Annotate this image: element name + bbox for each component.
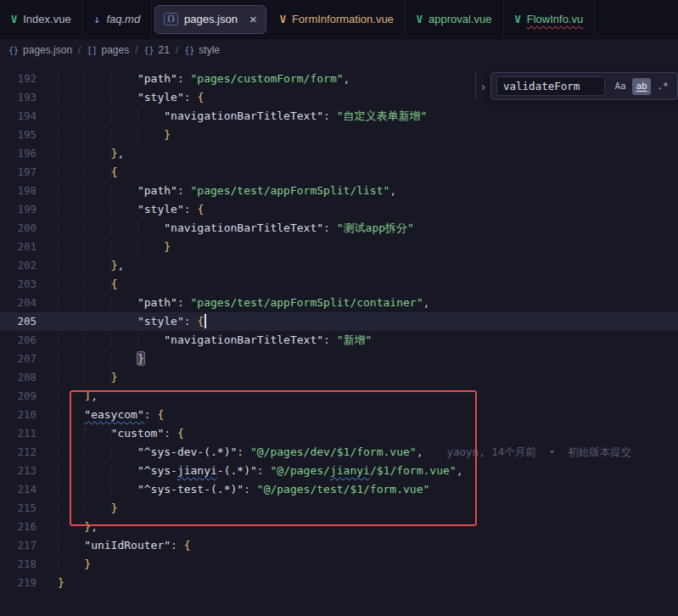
indent-guides [58, 240, 164, 253]
code-text: "uniIdRouter": { [58, 536, 678, 555]
line-number[interactable]: 214 [0, 480, 58, 499]
line-number[interactable]: 193 [0, 88, 58, 107]
code-line-203[interactable]: 203 { [0, 275, 678, 294]
indent-guides [58, 501, 111, 514]
line-number[interactable]: 203 [0, 275, 58, 294]
code-line-204[interactable]: 204 "path": "pages/test/appFormSplit/con… [0, 294, 678, 312]
line-number[interactable]: 192 [0, 70, 58, 88]
line-number[interactable]: 207 [0, 350, 58, 368]
tab-index-vue[interactable]: VIndex.vue [0, 0, 83, 38]
line-number[interactable]: 209 [0, 387, 58, 406]
code-line-215[interactable]: 215 } [0, 499, 678, 518]
indent-guides [58, 128, 164, 141]
code-token: , [91, 389, 98, 402]
breadcrumb-item-21[interactable]: {}21 [144, 44, 170, 56]
breadcrumb-item-style[interactable]: {}style [184, 44, 220, 56]
code-token: /$1/form.vue" [370, 464, 457, 477]
code-line-206[interactable]: 206 "navigationBarTitleText": "新增" [0, 331, 678, 350]
code-token: : [164, 427, 177, 440]
code-token: , [423, 296, 429, 309]
code-line-199[interactable]: 199 "style": { [0, 200, 678, 219]
line-number[interactable]: 217 [0, 536, 58, 555]
code-token: : [323, 333, 337, 346]
code-token: jianyi [330, 464, 370, 477]
code-line-195[interactable]: 195 } [0, 126, 678, 144]
code-line-219[interactable]: 219} [0, 574, 678, 592]
line-number[interactable]: 215 [0, 499, 58, 518]
line-number[interactable]: 216 [0, 518, 58, 536]
symbol-icon: [] [87, 46, 97, 55]
find-input[interactable] [496, 76, 605, 96]
code-line-200[interactable]: 200 "navigationBarTitleText": "测试app拆分" [0, 219, 678, 238]
code-line-202[interactable]: 202 }, [0, 256, 678, 275]
code-line-207[interactable]: 207 } [0, 350, 678, 368]
line-number[interactable]: 197 [0, 163, 58, 182]
code-token: : [177, 72, 191, 85]
line-number[interactable]: 205 [0, 312, 58, 331]
code-text: }, [58, 256, 678, 275]
find-expand-chevron-icon[interactable]: › [479, 74, 487, 98]
code-line-194[interactable]: 194 "navigationBarTitleText": "自定义表单新增" [0, 107, 678, 126]
code-token: "@/pages/dev/$1/form.vue" [250, 445, 417, 458]
tab-approval-vue[interactable]: Vapproval.vue [406, 0, 504, 38]
text-cursor [205, 314, 206, 328]
code-line-208[interactable]: 208 } [0, 368, 678, 387]
regex-toggle[interactable]: .* [653, 78, 672, 95]
line-number[interactable]: 210 [0, 406, 58, 424]
tab-forminformation-vue[interactable]: VFormInformation.vue [269, 0, 406, 38]
line-number[interactable]: 199 [0, 200, 58, 219]
line-number[interactable]: 208 [0, 368, 58, 387]
tab-faq-md[interactable]: ↓faq.md [83, 0, 153, 38]
code-line-217[interactable]: 217 "uniIdRouter": { [0, 536, 678, 555]
code-line-198[interactable]: 198 "path": "pages/test/appFormSplit/lis… [0, 182, 678, 200]
code-line-218[interactable]: 218 } [0, 555, 678, 574]
line-number[interactable]: 194 [0, 107, 58, 126]
code-line-216[interactable]: 216 }, [0, 518, 678, 536]
code-line-211[interactable]: 211 "custom": { [0, 424, 678, 443]
line-number[interactable]: 200 [0, 219, 58, 238]
code-line-205[interactable]: 205 "style": { [0, 312, 678, 331]
line-number[interactable]: 212 [0, 443, 58, 462]
line-number[interactable]: 198 [0, 182, 58, 200]
close-icon[interactable]: × [249, 12, 257, 26]
code-line-210[interactable]: 210 "easycom": { [0, 406, 678, 424]
breadcrumb: {}pages.json/[]pages/{}21/{}style [0, 39, 678, 61]
code-token: , [91, 520, 98, 533]
code-text: } [58, 555, 678, 574]
editor[interactable]: 192 "path": "pages/customForm/form",193 … [0, 61, 678, 616]
indent-guides [58, 520, 84, 533]
code-line-212[interactable]: 212 "^sys-dev-(.*)": "@/pages/dev/$1/for… [0, 443, 678, 462]
line-number[interactable]: 213 [0, 462, 58, 480]
code-token: "style" [137, 91, 184, 104]
code-token: "uniIdRouter" [84, 539, 171, 552]
line-number[interactable]: 195 [0, 126, 58, 144]
line-number[interactable]: 196 [0, 144, 58, 163]
indent-guides [58, 203, 137, 216]
line-number[interactable]: 211 [0, 424, 58, 443]
vue-file-icon: V [515, 14, 521, 25]
tab-flowinfo-vu[interactable]: VFlowInfo.vu [504, 0, 596, 38]
code-line-209[interactable]: 209 ], [0, 387, 678, 406]
breadcrumb-item-pages[interactable]: []pages [87, 44, 129, 56]
line-number[interactable]: 219 [0, 574, 58, 592]
code-line-196[interactable]: 196 }, [0, 144, 678, 163]
line-number[interactable]: 201 [0, 238, 58, 256]
code-token: "@/pages/ [270, 464, 329, 477]
line-number[interactable]: 204 [0, 294, 58, 312]
code-line-197[interactable]: 197 { [0, 163, 678, 182]
breadcrumb-item-pages-json[interactable]: {}pages.json [8, 44, 72, 56]
tab-pages-json[interactable]: {}pages.json× [154, 5, 266, 34]
line-number[interactable]: 206 [0, 331, 58, 350]
whole-word-toggle[interactable]: ab [632, 78, 651, 95]
symbol-icon: {} [8, 46, 19, 55]
indent-guides [58, 277, 111, 290]
line-number[interactable]: 202 [0, 256, 58, 275]
code-line-214[interactable]: 214 "^sys-test-(.*)": "@/pages/test/$1/f… [0, 480, 678, 499]
code-text: "^sys-test-(.*)": "@/pages/test/$1/form.… [58, 480, 678, 499]
code-line-201[interactable]: 201 } [0, 238, 678, 256]
code-token: { [177, 427, 184, 440]
line-number[interactable]: 218 [0, 555, 58, 574]
code-token: { [197, 203, 204, 216]
code-line-213[interactable]: 213 "^sys-jianyi-(.*)": "@/pages/jianyi/… [0, 462, 678, 480]
match-case-toggle[interactable]: Aa [611, 78, 630, 95]
